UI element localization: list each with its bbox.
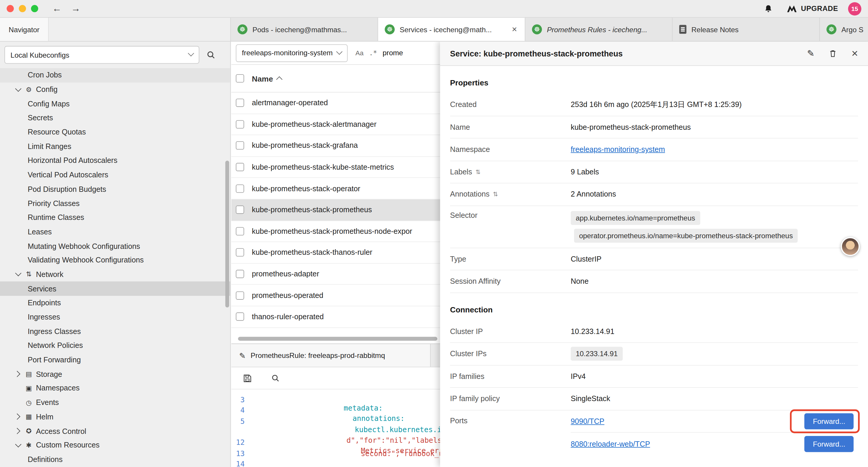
search-input[interactable]: Aa .* prome	[355, 49, 403, 57]
editor-tab[interactable]: ☸ Pods - icecheng@mathmas... ×	[231, 18, 378, 41]
editor-tab[interactable]: ☸ Argo S ×	[820, 18, 868, 41]
sidebar-item[interactable]: Validating Webhook Configurations	[0, 253, 230, 267]
sidebar-item[interactable]: Endpoints	[0, 296, 230, 310]
sidebar-item[interactable]: Mutating Webhook Configurations	[0, 239, 230, 253]
sidebar-item[interactable]: Network Policies	[0, 339, 230, 353]
expand-chevron-icon[interactable]	[13, 440, 23, 450]
sidebar-item[interactable]: ✱ Custom Resources	[0, 438, 230, 452]
sidebar-item[interactable]: Secrets	[0, 111, 230, 125]
navigator-region: Navigator	[0, 18, 231, 41]
sidebar-item[interactable]: Leases	[0, 225, 230, 239]
sidebar-item[interactable]: Ingresses	[0, 310, 230, 324]
sidebar-item[interactable]: ⇅ Network	[0, 267, 230, 282]
port-link[interactable]: 8080:reloader-web/TCP	[571, 440, 650, 448]
sidebar-item[interactable]: ▦ Helm	[0, 410, 230, 424]
port-forward-button[interactable]: Forward...	[804, 436, 854, 452]
row-checkbox[interactable]	[236, 142, 244, 150]
sidebar-item[interactable]: Limit Ranges	[0, 139, 230, 153]
row-checkbox[interactable]	[236, 184, 244, 193]
expand-chevron-icon[interactable]	[13, 85, 23, 95]
sidebar-item[interactable]: Priority Classes	[0, 196, 230, 210]
row-checkbox[interactable]	[236, 163, 244, 171]
expand-toggle-icon[interactable]: ⇅	[475, 168, 480, 175]
delete-trash-icon[interactable]	[829, 49, 837, 58]
cluster-ip-badge: 10.233.14.91	[571, 347, 623, 361]
row-checkbox[interactable]	[236, 227, 244, 235]
window-minimize-button[interactable]	[19, 5, 26, 12]
sidebar-item-label: Events	[36, 399, 59, 407]
sort-asc-icon[interactable]	[276, 76, 282, 82]
navigator-tab[interactable]: Navigator	[0, 18, 49, 41]
ports-row: Ports 9090/TCP Forward... 8080	[450, 410, 858, 455]
sidebar-item-label: Config	[36, 85, 58, 94]
row-checkbox[interactable]	[236, 99, 244, 107]
sidebar-item[interactable]: Vertical Pod Autoscalers	[0, 168, 230, 182]
sidebar-item[interactable]: Runtime Classes	[0, 210, 230, 225]
namespace-select[interactable]: freeleaps-monitoring-system	[236, 44, 347, 62]
app-window: ← → UPGRADE 15 Navigator ☸ Pods - iceche…	[0, 0, 868, 467]
port-forward-button[interactable]: Forward...	[804, 413, 854, 429]
cluster-ips-row: Cluster IPs 10.233.14.91	[450, 343, 858, 365]
kubeconfig-select[interactable]: Local Kubeconfigs	[4, 46, 199, 64]
sidebar-item[interactable]: ⚙ Config	[0, 83, 230, 97]
sidebar-item[interactable]: Definitions	[0, 452, 230, 466]
upgrade-button[interactable]: UPGRADE	[786, 4, 838, 13]
namespace-link[interactable]: freeleaps-monitoring-system	[571, 145, 665, 154]
row-checkbox[interactable]	[236, 270, 244, 278]
editor-tab[interactable]: Release Notes ×	[673, 18, 820, 41]
sidebar-item[interactable]: Services	[0, 282, 230, 296]
regex-toggle[interactable]: .*	[369, 49, 377, 57]
editor-tab[interactable]: ☸ Prometheus Rules - icecheng... ×	[525, 18, 673, 41]
row-value: kube-prometheus-stack-prometheus	[571, 123, 858, 131]
sidebar-item[interactable]: ◷ Events	[0, 396, 230, 410]
expand-chevron-icon[interactable]	[13, 426, 23, 436]
notification-badge[interactable]: 15	[848, 2, 862, 16]
expand-chevron-icon[interactable]	[13, 269, 23, 280]
row-checkbox[interactable]	[236, 313, 244, 321]
editor-search-icon[interactable]	[267, 370, 283, 386]
notifications-bell-icon[interactable]	[760, 0, 776, 17]
row-checkbox[interactable]	[236, 120, 244, 128]
sidebar-item[interactable]: Config Maps	[0, 97, 230, 111]
name-column-header[interactable]: Name	[252, 74, 273, 83]
sidebar-item-label: Leases	[28, 228, 52, 236]
select-all-checkbox[interactable]	[236, 74, 244, 83]
sidebar-item[interactable]: Resource Quotas	[0, 125, 230, 139]
table-scrollbar[interactable]	[238, 337, 438, 341]
expand-chevron-icon[interactable]	[13, 383, 23, 393]
save-icon[interactable]	[239, 370, 255, 386]
row-checkbox[interactable]	[236, 249, 244, 257]
window-zoom-button[interactable]	[31, 5, 38, 12]
sidebar-item[interactable]: ▣ Namespaces	[0, 381, 230, 396]
match-case-toggle[interactable]: Aa	[355, 49, 364, 57]
editor-tab[interactable]: ☸ Services - icecheng@math... ×	[378, 18, 525, 41]
sidebar-item[interactable]: Pod Disruption Budgets	[0, 182, 230, 196]
expand-toggle-icon[interactable]: ⇅	[493, 191, 498, 198]
sidebar-scrollbar[interactable]	[225, 161, 229, 308]
row-checkbox[interactable]	[236, 206, 244, 214]
search-query[interactable]: prome	[382, 49, 403, 57]
sidebar-item[interactable]: Cron Jobs	[0, 68, 230, 83]
dock-tab[interactable]: ✎ PrometheusRule: freeleaps-prod-rabbitm…	[231, 344, 431, 367]
window-close-button[interactable]	[6, 5, 13, 12]
search-icon[interactable]	[203, 47, 219, 63]
row-value: 2 Annotations	[571, 190, 858, 198]
sidebar-item[interactable]: ✪ Access Control	[0, 424, 230, 438]
close-panel-icon[interactable]: ×	[851, 47, 858, 60]
expand-chevron-icon[interactable]	[13, 369, 23, 379]
expand-chevron-icon[interactable]	[13, 412, 23, 422]
sidebar-item[interactable]: Port Forwarding	[0, 353, 230, 367]
dock-tab-label: PrometheusRule: freeleaps-prod-rabbitmq	[251, 351, 385, 359]
close-tab-icon[interactable]: ×	[511, 24, 518, 34]
row-checkbox[interactable]	[236, 291, 244, 299]
sidebar-item[interactable]: ▤ Storage	[0, 367, 230, 381]
avatar[interactable]	[841, 237, 860, 256]
expand-chevron-icon[interactable]	[13, 398, 23, 408]
forward-button[interactable]: →	[69, 0, 83, 18]
sidebar-item[interactable]: Ingress Classes	[0, 324, 230, 339]
sidebar-item[interactable]: Horizontal Pod Autoscalers	[0, 153, 230, 168]
port-link[interactable]: 9090/TCP	[571, 417, 604, 425]
edit-icon[interactable]: ✎	[807, 48, 814, 59]
sidebar-item-label: Limit Ranges	[28, 142, 71, 150]
back-button[interactable]: ←	[51, 0, 64, 18]
